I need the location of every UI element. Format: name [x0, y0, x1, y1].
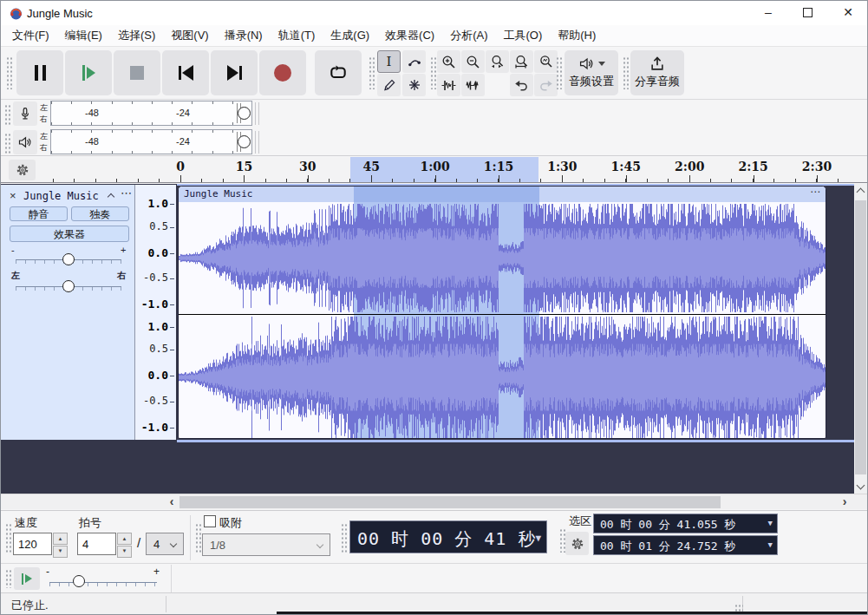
- tools-toolbar-grip[interactable]: [369, 56, 375, 89]
- skip-to-start-button[interactable]: [162, 50, 209, 95]
- selection-start-field[interactable]: 00 时 00 分 41.055 秒 ▼: [593, 514, 778, 533]
- maximize-button[interactable]: [788, 1, 828, 25]
- gain-slider-thumb[interactable]: [62, 253, 75, 265]
- horizontal-scrollbar[interactable]: ‹ ›: [1, 494, 867, 509]
- menu-analyze[interactable]: 分析(A): [442, 25, 495, 46]
- recording-volume-slider[interactable]: [238, 107, 251, 120]
- selection-tool-button[interactable]: I: [377, 50, 401, 73]
- selection-end-value: 00 时 01 分 24.752 秒: [600, 539, 735, 554]
- audio-setup-button[interactable]: 音频设置: [565, 50, 618, 95]
- zoom-to-selection-button[interactable]: [486, 50, 509, 73]
- play-at-speed-grip[interactable]: [5, 569, 12, 588]
- play-button[interactable]: [65, 50, 112, 95]
- speed-slider-thumb[interactable]: [73, 575, 85, 587]
- close-button[interactable]: ✕: [828, 1, 868, 25]
- trim-audio-button[interactable]: [437, 74, 460, 96]
- snap-mode-select[interactable]: 1/8: [202, 533, 330, 556]
- scroll-down-button[interactable]: [854, 477, 867, 493]
- selection-options-button[interactable]: [565, 532, 589, 555]
- silence-audio-button[interactable]: [461, 74, 485, 96]
- solo-button[interactable]: 独奏: [71, 206, 129, 221]
- playback-meter-grip[interactable]: [4, 133, 11, 154]
- waveform-channel-1[interactable]: [179, 202, 826, 314]
- track-menu-button[interactable]: ⋯: [121, 186, 133, 200]
- timesig-upper-input[interactable]: 4: [77, 533, 116, 555]
- pan-slider-thumb[interactable]: [62, 280, 75, 292]
- edit-toolbar-grip[interactable]: [430, 56, 437, 89]
- undo-button[interactable]: [510, 74, 533, 96]
- scale-label: 0.5: [134, 221, 168, 232]
- transport-toolbar-grip[interactable]: [6, 56, 13, 89]
- snap-checkbox[interactable]: [204, 515, 216, 527]
- loop-button[interactable]: [315, 50, 362, 95]
- menu-tools[interactable]: 工具(O): [495, 25, 550, 46]
- clip-header[interactable]: Jungle Music ⋯: [179, 186, 826, 202]
- scale-label: 0.0: [134, 370, 168, 381]
- clip-menu-button[interactable]: ⋯: [810, 186, 821, 198]
- playback-meter-button[interactable]: [13, 130, 37, 154]
- zoom-out-button[interactable]: [461, 50, 485, 73]
- timesig-lower-select[interactable]: 4: [146, 533, 184, 555]
- recording-meter-button[interactable]: [13, 101, 37, 126]
- vertical-scale-ruler[interactable]: 1.0 0.5 0.0 -0.5 -1.0 1.0 0.5 0.0 -0.5 -…: [135, 185, 176, 440]
- tempo-spinner[interactable]: ▲ ▼: [53, 533, 68, 555]
- time-display-dropdown-icon[interactable]: ▼: [535, 533, 541, 544]
- time-toolbar-grip[interactable]: [341, 523, 348, 553]
- track-title[interactable]: Jungle Music: [23, 190, 99, 202]
- timesig-spinner[interactable]: ▲ ▼: [117, 533, 132, 555]
- menu-view[interactable]: 视图(V): [163, 25, 216, 46]
- mute-button[interactable]: 静音: [10, 206, 68, 221]
- waveform-channel-2[interactable]: [179, 315, 826, 439]
- redo-button[interactable]: [534, 74, 558, 96]
- track-collapse-icon[interactable]: [108, 193, 114, 200]
- menu-select[interactable]: 选择(S): [110, 25, 163, 46]
- recording-meter[interactable]: -48 -24: [50, 101, 252, 126]
- clip-title[interactable]: Jungle Music: [184, 188, 252, 200]
- menu-generate[interactable]: 生成(G): [323, 25, 377, 46]
- menu-file[interactable]: 文件(F): [4, 25, 57, 46]
- snapping-toolbar-grip[interactable]: [195, 523, 202, 553]
- selection-end-field[interactable]: 00 时 01 分 24.752 秒 ▼: [593, 535, 778, 555]
- share-toolbar-grip[interactable]: [623, 56, 630, 89]
- track-close-button[interactable]: ×: [10, 189, 16, 202]
- menu-transport[interactable]: 播录(N): [217, 25, 271, 46]
- minimize-button[interactable]: –: [748, 1, 788, 25]
- selection-start-dropdown-icon[interactable]: ▼: [768, 519, 773, 527]
- pan-left-label: 左: [11, 270, 20, 282]
- scale-label: -1.0: [134, 422, 168, 433]
- pause-button[interactable]: [16, 50, 63, 95]
- menu-help[interactable]: 帮助(H): [550, 25, 604, 46]
- envelope-tool-button[interactable]: [402, 50, 426, 73]
- vertical-scrollbar-thumb[interactable]: [855, 200, 866, 474]
- play-at-speed-button[interactable]: [14, 567, 40, 590]
- zoom-in-button[interactable]: [437, 50, 460, 73]
- scroll-up-button[interactable]: [854, 184, 867, 200]
- share-audio-button[interactable]: 分享音频: [630, 50, 684, 95]
- playback-meter[interactable]: -48 -24: [50, 129, 252, 154]
- record-button[interactable]: [259, 50, 306, 95]
- stop-button[interactable]: [114, 50, 160, 95]
- menu-effect[interactable]: 效果器(C): [377, 25, 442, 46]
- playback-volume-slider[interactable]: [238, 135, 251, 148]
- selection-end-dropdown-icon[interactable]: ▼: [768, 540, 773, 549]
- menu-tracks[interactable]: 轨道(T): [271, 25, 323, 46]
- scroll-right-button[interactable]: ›: [837, 494, 852, 509]
- fit-project-button[interactable]: [510, 50, 533, 73]
- effects-button[interactable]: 效果器: [10, 226, 129, 242]
- menu-edit[interactable]: 编辑(E): [57, 25, 110, 46]
- horizontal-scrollbar-thumb[interactable]: [179, 496, 721, 508]
- scroll-left-button[interactable]: ‹: [164, 494, 179, 509]
- zoom-toggle-button[interactable]: [534, 50, 558, 73]
- time-signature-toolbar-grip[interactable]: [5, 523, 12, 553]
- time-display[interactable]: 00 时 00 分 41 秒 ▼: [349, 520, 547, 553]
- tempo-input[interactable]: 120: [13, 533, 52, 555]
- vertical-scrollbar[interactable]: [854, 184, 867, 494]
- timeline-tick-label: 2:15: [738, 160, 767, 173]
- skip-to-end-button[interactable]: [211, 50, 258, 95]
- timeline-ruler[interactable]: 01530451:001:151:301:452:002:152:30: [1, 157, 867, 183]
- recording-meter-grip[interactable]: [4, 104, 11, 125]
- multi-tool-button[interactable]: [402, 74, 426, 96]
- audio-clip[interactable]: Jungle Music ⋯: [178, 186, 826, 439]
- draw-tool-button[interactable]: [377, 74, 401, 96]
- audio-setup-toolbar-grip[interactable]: [556, 56, 563, 89]
